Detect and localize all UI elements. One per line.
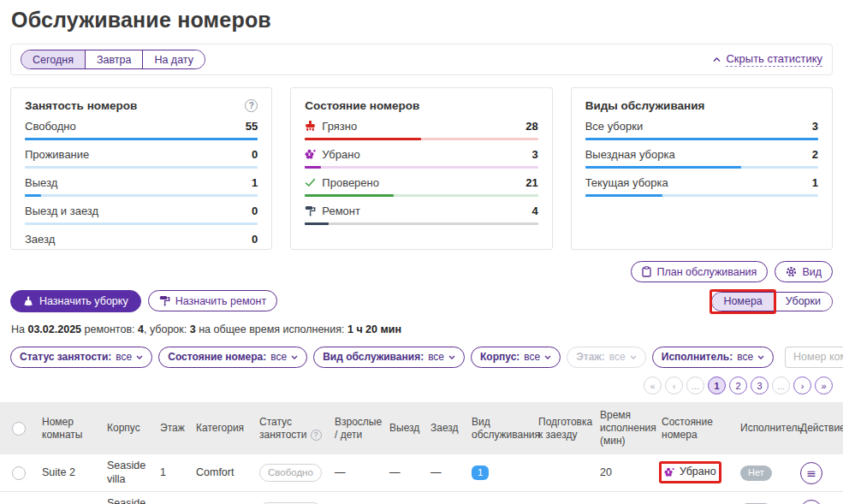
page-2-button[interactable]: 2	[729, 377, 747, 394]
col-category: Категория	[192, 402, 255, 454]
col-exec-time: Время исполнения (мин)	[596, 402, 657, 454]
stat-label: Все уборки	[585, 120, 644, 133]
card-service-types-title: Виды обслуживания	[585, 99, 705, 112]
gear-icon	[786, 266, 797, 277]
stat-value: 3	[531, 148, 537, 161]
tab-today[interactable]: Сегодня	[21, 50, 86, 68]
cell-building: Seaside villa	[103, 454, 156, 492]
view-label: Вид	[802, 266, 822, 278]
summary-cleanings-count: 3	[190, 323, 196, 335]
col-room-state: Состояние номера	[657, 402, 736, 454]
stat-value: 2	[812, 148, 818, 161]
card-room-state: Состояние номеров Грязно 28	[290, 87, 552, 250]
row-actions-button[interactable]: ≡	[800, 500, 822, 504]
clipboard-icon	[642, 266, 651, 277]
hide-statistics-label: Скрыть статистику	[726, 52, 822, 67]
stat-row: Проверено 21	[305, 176, 537, 197]
stat-value: 0	[252, 233, 258, 246]
cell-category: Comfort	[192, 492, 255, 504]
col-adults-children: Взрослые / дети	[330, 402, 385, 454]
menu-icon: ≡	[806, 466, 816, 480]
col-executor: Исполнитель	[736, 402, 796, 454]
cell-room: Suite 2	[38, 454, 103, 492]
row-checkbox[interactable]	[12, 466, 26, 480]
page-last-button[interactable]: »	[815, 377, 833, 394]
table-header-row: Номер комнаты Корпус Этаж Категория Стат…	[0, 402, 843, 454]
room-number-input[interactable]	[785, 347, 843, 368]
filter-floor: Этаж:все	[567, 347, 646, 368]
chevron-down-icon	[291, 355, 298, 359]
cell-room: Suite 3	[38, 492, 103, 504]
tab-tomorrow[interactable]: Завтра	[86, 50, 144, 68]
cell-adults: —	[330, 454, 385, 492]
rooms-table: Номер комнаты Корпус Этаж Категория Стат…	[0, 402, 843, 504]
cell-checkin: —	[426, 492, 467, 504]
stat-row: Ремонт 4	[305, 205, 537, 225]
tab-cleanings[interactable]: Уборки	[775, 293, 832, 311]
checked-icon	[305, 178, 316, 187]
help-icon[interactable]: ?	[311, 430, 322, 441]
cell-time: 30	[596, 492, 657, 504]
stat-row: Свободно55	[25, 120, 258, 140]
page-prev-button: ‹	[665, 377, 683, 394]
select-all-checkbox[interactable]	[12, 422, 26, 436]
repair-icon	[305, 205, 316, 216]
chevron-up-icon	[713, 57, 721, 62]
summary-repairs-count: 4	[138, 323, 144, 335]
pagination: « ‹ ... 1 2 3 ... › »	[0, 377, 833, 394]
stat-value: 55	[246, 120, 258, 133]
stat-row: Выезд1	[25, 176, 258, 197]
stat-label: Проверено	[322, 176, 379, 189]
card-occupancy: Занятость номеров ? Свободно55 Проживани…	[10, 87, 272, 250]
stat-row: Выездная уборка2	[585, 148, 818, 169]
stat-label: Ремонт	[322, 205, 360, 217]
page-next-button[interactable]: ›	[793, 377, 811, 394]
tab-on-date[interactable]: На дату	[143, 50, 205, 68]
assign-cleaning-label: Назначить уборку	[39, 295, 128, 307]
filter-occupancy-status[interactable]: Статус занятости:все	[10, 347, 152, 368]
card-occupancy-title: Занятость номеров	[25, 99, 137, 112]
filter-room-state[interactable]: Состояние номера:все	[158, 347, 307, 368]
view-button[interactable]: Вид	[775, 261, 833, 282]
page-1-button[interactable]: 1	[708, 377, 726, 394]
stat-label: Выездная уборка	[585, 148, 675, 161]
col-service-type: Вид обслуживания	[467, 402, 534, 454]
page-3-button[interactable]: 3	[751, 377, 769, 394]
service-count-badge[interactable]: 1	[472, 465, 489, 479]
stat-value: 21	[525, 176, 537, 189]
col-floor: Этаж	[156, 402, 192, 454]
date-panel: Сегодня Завтра На дату Скрыть статистику	[10, 44, 833, 75]
stat-value: 28	[525, 120, 537, 133]
row-actions-button[interactable]: ≡	[800, 462, 822, 484]
maintenance-plan-button[interactable]: План обслуживания	[631, 261, 768, 282]
summary-date: 03.02.2025	[27, 323, 81, 335]
cleaned-icon	[305, 149, 316, 160]
col-checkout: Выезд	[385, 402, 426, 454]
chevron-down-icon	[136, 355, 143, 359]
maintenance-plan-label: План обслуживания	[656, 266, 757, 278]
cell-prep	[534, 454, 596, 492]
stat-label: Грязно	[322, 120, 357, 133]
executor-badge: Нет	[740, 465, 772, 481]
cell-checkout: —	[385, 454, 426, 492]
cell-prep	[534, 492, 596, 504]
help-icon[interactable]: ?	[245, 99, 258, 112]
page-first-button: «	[644, 377, 662, 394]
room-state-badge: Убрано	[662, 465, 719, 480]
daily-summary: На 03.02.2025 ремонтов: 4, уборок: 3 на …	[11, 323, 833, 335]
page-title: Обслуживание номеров	[0, 0, 843, 33]
assign-repair-button[interactable]: Назначить ремонт	[148, 290, 277, 311]
chevron-down-icon	[757, 355, 764, 359]
room-service-page: Обслуживание номеров Сегодня Завтра На д…	[0, 0, 843, 504]
assign-cleaning-button[interactable]: Назначить уборку	[10, 290, 141, 312]
col-occupancy-status: Статус занятости?	[255, 402, 330, 454]
filter-service-type[interactable]: Вид обслуживания:все	[313, 347, 465, 368]
broom-icon	[23, 296, 33, 307]
filter-executor[interactable]: Исполнитель:все	[652, 347, 774, 368]
hide-statistics-link[interactable]: Скрыть статистику	[713, 52, 822, 67]
filter-building[interactable]: Корпус:все	[471, 347, 561, 368]
stat-label: Убрано	[322, 148, 359, 161]
cell-checkin: —	[426, 454, 467, 492]
tab-rooms[interactable]: Номера	[712, 293, 774, 311]
stat-row: Текущая уборка1	[585, 176, 818, 197]
